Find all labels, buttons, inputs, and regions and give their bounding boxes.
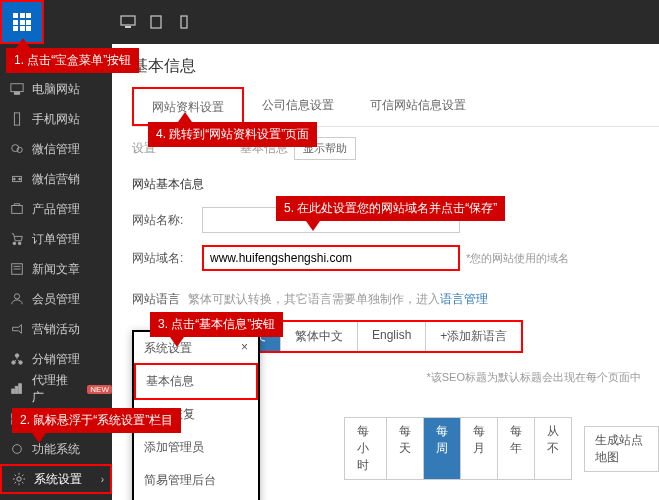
svg-rect-24 — [19, 384, 22, 394]
freq-row: 每小时 每天 每周 每月 每年 从不 生成站点地图 — [264, 417, 659, 480]
dd-simple-admin[interactable]: 简易管理后台 — [134, 464, 258, 497]
sidebar-item-agent[interactable]: 代理推广NEW — [0, 374, 112, 404]
sidebar-item-order[interactable]: 订单管理 — [0, 224, 112, 254]
gear-icon — [12, 472, 26, 486]
sidebar-item-dist[interactable]: 分销管理 — [0, 344, 112, 374]
freq-never[interactable]: 从不 — [535, 418, 571, 479]
sidebar-item-func[interactable]: 功能系统 — [0, 434, 112, 464]
svg-point-14 — [18, 242, 21, 245]
page-title: 基本信息 — [112, 44, 659, 87]
svg-point-10 — [14, 178, 16, 180]
new-badge: NEW — [87, 385, 112, 394]
callout-5: 5. 在此处设置您的网站域名并点击“保存” — [276, 196, 505, 221]
lang-en[interactable]: English — [358, 322, 426, 351]
close-icon[interactable]: × — [241, 340, 248, 357]
svg-rect-12 — [12, 206, 23, 214]
dd-basic-info[interactable]: 基本信息 — [134, 363, 258, 400]
generate-sitemap-button[interactable]: 生成站点地图 — [584, 426, 659, 472]
callout-2: 2. 鼠标悬浮于“系统设置”栏目 — [12, 408, 181, 433]
sidebar-item-news[interactable]: 新闻文章 — [0, 254, 112, 284]
tab-company-info[interactable]: 公司信息设置 — [244, 87, 352, 126]
sidebar-item-marketing[interactable]: 营销活动 — [0, 314, 112, 344]
domain-note: *您的网站使用的域名 — [466, 251, 569, 266]
sidebar-item-product[interactable]: 产品管理 — [0, 194, 112, 224]
freq-daily[interactable]: 每天 — [387, 418, 424, 479]
sidebar-item-mobile[interactable]: 手机网站 — [0, 104, 112, 134]
chevron-right-icon: › — [101, 474, 104, 485]
mobile-icon[interactable] — [170, 0, 198, 44]
site-domain-label: 网站域名: — [132, 250, 202, 267]
svg-rect-6 — [14, 113, 19, 125]
lang-title: 网站语言 — [132, 291, 180, 308]
callout-4: 4. 跳转到“网站资料设置”页面 — [148, 122, 317, 147]
callout-1: 1. 点击“宝盒菜单”按钮 — [6, 48, 139, 73]
site-name-label: 网站名称: — [132, 212, 202, 229]
svg-rect-22 — [12, 389, 15, 393]
site-domain-input[interactable] — [202, 245, 460, 271]
freq-yearly[interactable]: 每年 — [498, 418, 535, 479]
tabs: 网站资料设置 公司信息设置 可信网站信息设置 — [132, 87, 659, 127]
tablet-icon[interactable] — [142, 0, 170, 44]
callout-3: 3. 点击“基本信息”按钮 — [150, 312, 283, 337]
lang-add[interactable]: +添加新语言 — [426, 322, 521, 351]
lang-zh-tw[interactable]: 繁体中文 — [281, 322, 358, 351]
sidebar-item-wechat[interactable]: 微信管理 — [0, 134, 112, 164]
svg-point-30 — [17, 477, 21, 481]
svg-point-11 — [19, 178, 21, 180]
sidebar-item-wemkt[interactable]: 微信营销 — [0, 164, 112, 194]
dd-add-admin[interactable]: 添加管理员 — [134, 431, 258, 464]
tab-trust-info[interactable]: 可信网站信息设置 — [352, 87, 484, 126]
lang-manage-link[interactable]: 语言管理 — [440, 291, 488, 308]
sidebar-item-pc[interactable]: 电脑网站 — [0, 74, 112, 104]
grid-icon — [13, 13, 31, 31]
freq-weekly[interactable]: 每周 — [424, 418, 461, 479]
seo-note: *该SEO标题为默认标题会出现在每个页面中 — [426, 370, 641, 385]
freq-hourly[interactable]: 每小时 — [345, 418, 387, 479]
sidebar-item-settings[interactable]: 系统设置› — [0, 464, 112, 494]
svg-rect-0 — [121, 16, 135, 25]
svg-rect-3 — [181, 16, 187, 28]
freq-monthly[interactable]: 每月 — [461, 418, 498, 479]
svg-rect-1 — [125, 26, 131, 28]
desktop-icon[interactable] — [114, 0, 142, 44]
svg-rect-2 — [151, 16, 161, 28]
svg-rect-4 — [11, 84, 23, 92]
sidebar-item-member[interactable]: 会员管理 — [0, 284, 112, 314]
svg-rect-5 — [14, 93, 19, 95]
svg-point-13 — [13, 242, 16, 245]
svg-point-29 — [13, 445, 22, 454]
freq-button-group: 每小时 每天 每周 每月 每年 从不 — [344, 417, 572, 480]
svg-point-18 — [14, 294, 19, 299]
svg-rect-23 — [15, 386, 18, 393]
svg-point-19 — [15, 354, 19, 358]
